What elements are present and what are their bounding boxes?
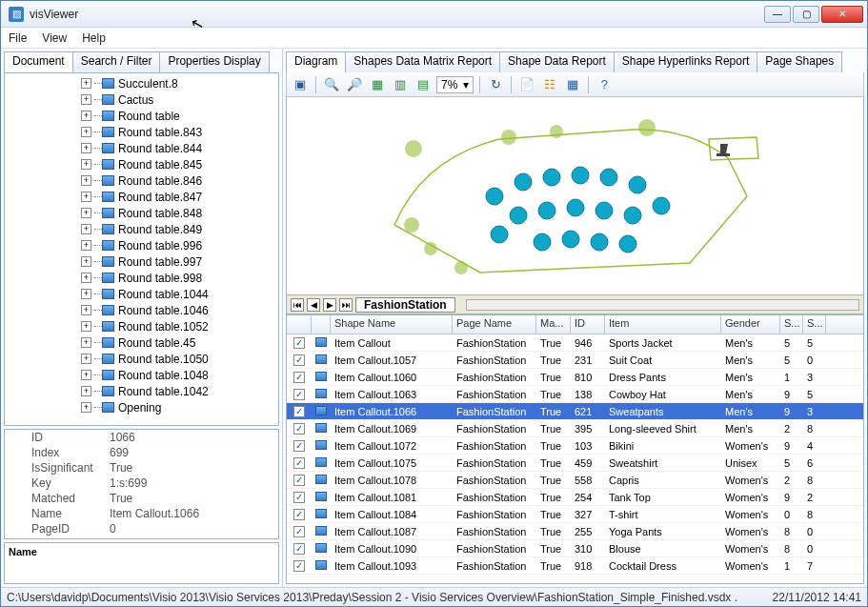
table-row[interactable]: ✓Item Callout.1057FashionStationTrue231S… — [287, 352, 863, 369]
expander-icon[interactable]: + — [81, 94, 91, 105]
data-grid[interactable]: Shape Name Page Name Ma... ID Item Gende… — [286, 314, 864, 584]
expander-icon[interactable]: + — [81, 337, 91, 348]
checkbox[interactable]: ✓ — [293, 457, 305, 469]
tree-item[interactable]: +Round table.1050 — [81, 351, 278, 367]
diagram-canvas[interactable] — [286, 97, 864, 295]
tree-item[interactable]: +Cactus — [81, 91, 278, 108]
nav-next-icon[interactable]: ▶ — [323, 298, 336, 312]
checkbox[interactable]: ✓ — [293, 354, 305, 366]
expander-icon[interactable]: + — [81, 305, 91, 315]
expander-icon[interactable]: + — [81, 159, 91, 170]
col-matched[interactable]: Ma... — [536, 315, 571, 334]
tree-item[interactable]: +Round table.1052 — [81, 318, 278, 334]
tree-item[interactable]: +Round table.998 — [81, 270, 278, 286]
col-page-name[interactable]: Page Name — [453, 315, 536, 334]
property-row[interactable]: Index699 — [5, 445, 278, 460]
maximize-button[interactable]: ▢ — [793, 6, 819, 23]
table-row[interactable]: ✓Item Callout.1060FashionStationTrue810D… — [287, 369, 863, 386]
tree-item[interactable]: +Round table.843 — [81, 124, 278, 140]
tab-shape-data-report[interactable]: Shape Data Report — [499, 51, 615, 72]
table-row[interactable]: ✓Item Callout.1093FashionStationTrue918C… — [287, 557, 863, 575]
table-row[interactable]: ✓Item Callout.1072FashionStationTrue103B… — [287, 437, 863, 455]
checkbox[interactable]: ✓ — [293, 372, 305, 383]
checkbox[interactable]: ✓ — [293, 406, 305, 417]
tab-page-shapes[interactable]: Page Shapes — [757, 51, 842, 72]
expander-icon[interactable]: + — [81, 256, 91, 267]
property-row[interactable]: IsSignificantTrue — [5, 460, 278, 475]
tab-properties-display[interactable]: Properties Display — [159, 51, 269, 72]
table-row[interactable]: ✓Item Callout.1090FashionStationTrue310B… — [287, 540, 863, 557]
tree-item[interactable]: +Opening — [81, 399, 278, 415]
checkbox[interactable]: ✓ — [293, 389, 305, 400]
tree-item[interactable]: +Round table.996 — [81, 237, 278, 253]
tree-item[interactable]: +Round table.849 — [81, 221, 278, 237]
property-row[interactable]: PageID0 — [5, 521, 278, 536]
table-row[interactable]: ✓Item Callout.1063FashionStationTrue138C… — [287, 386, 863, 403]
tree-item[interactable]: +Round table — [81, 108, 278, 124]
zoom-combo[interactable]: 7%▾ — [436, 76, 474, 93]
tree-item[interactable]: +Succulent.8 — [81, 75, 278, 91]
close-button[interactable]: ✕ — [821, 6, 863, 23]
tree-item[interactable]: +Round table.1046 — [81, 302, 278, 318]
tab-diagram[interactable]: Diagram — [286, 51, 346, 72]
zoom-out-icon[interactable]: 🔎 — [345, 75, 364, 94]
col-id[interactable]: ID — [571, 315, 605, 334]
sheet-tab[interactable]: FashionStation — [355, 297, 455, 313]
tree-item[interactable]: +Round table.845 — [81, 156, 278, 172]
tree-item[interactable]: +Round table.45 — [81, 334, 278, 351]
col-item[interactable]: Item — [605, 315, 721, 334]
tree-item[interactable]: +Round table.1048 — [81, 367, 278, 383]
expander-icon[interactable]: + — [81, 402, 91, 413]
property-row[interactable]: MatchedTrue — [5, 491, 278, 506]
checkbox[interactable]: ✓ — [293, 526, 305, 537]
checkbox[interactable]: ✓ — [293, 492, 305, 503]
checkbox[interactable]: ✓ — [293, 509, 305, 520]
table-row[interactable]: ✓Item Callout.1087FashionStationTrue255Y… — [287, 523, 863, 540]
tree-item[interactable]: +Round table.997 — [81, 253, 278, 270]
table-row[interactable]: ✓Item Callout.1069FashionStationTrue395L… — [287, 420, 863, 437]
expander-icon[interactable]: + — [81, 370, 91, 380]
filter-icon[interactable]: ☷ — [540, 75, 559, 94]
help-icon[interactable]: ? — [595, 75, 614, 94]
expander-icon[interactable]: + — [81, 127, 91, 137]
expander-icon[interactable]: + — [81, 78, 91, 89]
expander-icon[interactable]: + — [81, 175, 91, 186]
checkbox[interactable]: ✓ — [293, 475, 305, 486]
nav-last-icon[interactable]: ⏭ — [339, 298, 353, 312]
visio-icon[interactable]: ▣ — [291, 75, 310, 94]
expander-icon[interactable]: + — [81, 386, 91, 396]
property-row[interactable]: NameItem Callout.1066 — [5, 506, 278, 521]
nav-first-icon[interactable]: ⏮ — [291, 298, 304, 312]
expander-icon[interactable]: + — [81, 208, 91, 218]
checkbox[interactable]: ✓ — [293, 543, 305, 555]
tab-document[interactable]: Document — [4, 51, 73, 72]
expander-icon[interactable]: + — [81, 321, 91, 332]
checkbox[interactable]: ✓ — [293, 337, 305, 349]
menu-view[interactable]: View — [42, 31, 67, 45]
properties-panel[interactable]: ID1066Index699IsSignificantTrueKey1:s:69… — [4, 429, 279, 539]
col-s2[interactable]: S... — [803, 315, 826, 334]
tab-search[interactable]: Search / Filter — [72, 51, 161, 72]
menu-help[interactable]: Help — [82, 31, 106, 45]
tab-shapes-data-matrix[interactable]: Shapes Data Matrix Report — [345, 51, 500, 72]
col-shape-name[interactable]: Shape Name — [331, 315, 453, 334]
expander-icon[interactable]: + — [81, 111, 91, 121]
expander-icon[interactable]: + — [81, 192, 91, 202]
property-row[interactable]: ID1066 — [5, 430, 278, 445]
expander-icon[interactable]: + — [81, 240, 91, 251]
minimize-button[interactable]: — — [764, 6, 791, 23]
property-row[interactable]: Key1:s:699 — [5, 475, 278, 491]
refresh-icon[interactable]: ↻ — [486, 75, 505, 94]
table-row[interactable]: ✓Item Callout.1066FashionStationTrue621S… — [287, 403, 863, 420]
table-row[interactable]: ✓Item Callout.1084FashionStationTrue327T… — [287, 506, 863, 523]
expander-icon[interactable]: + — [81, 143, 91, 153]
checkbox[interactable]: ✓ — [293, 560, 305, 572]
tree-item[interactable]: +Round table.844 — [81, 140, 278, 156]
zoom-in-icon[interactable]: 🔍 — [322, 75, 341, 94]
tree-item[interactable]: +Round table.846 — [81, 172, 278, 189]
grid-icon[interactable]: ▦ — [563, 75, 582, 94]
horizontal-scrollbar[interactable] — [466, 299, 859, 311]
checkbox[interactable]: ✓ — [293, 423, 305, 435]
expander-icon[interactable]: + — [81, 289, 91, 299]
tree-item[interactable]: +Round table.1042 — [81, 383, 278, 399]
